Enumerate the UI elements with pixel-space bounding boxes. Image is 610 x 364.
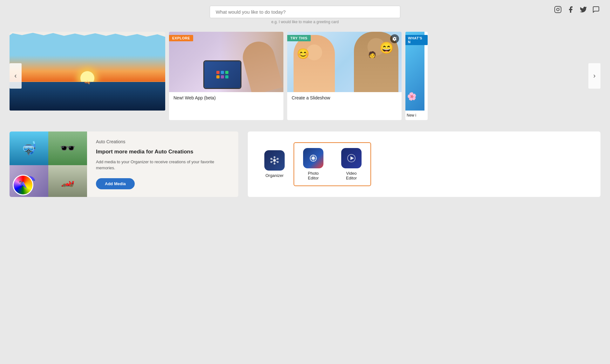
carousel-card-partial[interactable]: 🌸 WHAT'S N New i bbox=[405, 32, 428, 120]
social-icons-bar bbox=[554, 6, 600, 15]
settings-icon[interactable] bbox=[390, 34, 399, 43]
photo-umbrella: ☂️ 🌂 bbox=[10, 165, 48, 197]
svg-line-12 bbox=[276, 159, 277, 160]
photo-swimming: 🤿 bbox=[10, 131, 48, 165]
auto-creations-section-title: Auto Creations bbox=[96, 139, 229, 144]
try-this-badge: TRY THIS bbox=[287, 35, 311, 41]
svg-point-1 bbox=[557, 8, 559, 11]
organizer-label: Organizer bbox=[265, 173, 283, 178]
auto-creations-panel: 🤿 🕶️ ☂️ 🌂 bbox=[10, 131, 238, 197]
svg-line-13 bbox=[272, 159, 274, 160]
svg-point-7 bbox=[274, 163, 275, 165]
svg-point-9 bbox=[270, 158, 272, 160]
carousel-track: 🛶 bbox=[10, 32, 600, 120]
whats-new-badge: WHAT'S N bbox=[405, 35, 428, 45]
carousel-card-webapp[interactable]: EXPLORE New! Web App (beta) bbox=[169, 32, 283, 120]
photo-editor-icon bbox=[303, 148, 323, 168]
video-editor-icon bbox=[341, 148, 362, 168]
webapp-caption: New! Web App (beta) bbox=[169, 92, 283, 104]
bottom-section: 🤿 🕶️ ☂️ 🌂 bbox=[10, 131, 600, 197]
search-wrapper bbox=[210, 6, 400, 18]
photo-family: 🕶️ bbox=[48, 131, 87, 165]
photo-editor-label: PhotoEditor bbox=[308, 171, 319, 180]
photo-atv: 🏎️ bbox=[48, 165, 87, 197]
carousel-section: ‹ 🛶 bbox=[10, 32, 600, 120]
circle-overlay: 🌂 bbox=[13, 175, 33, 195]
auto-creations-description: Add media to your Organizer to receive c… bbox=[96, 159, 229, 171]
svg-line-15 bbox=[272, 161, 274, 162]
chat-icon[interactable] bbox=[592, 6, 600, 15]
app-selector-panel: Organizer bbox=[248, 131, 600, 197]
svg-point-5 bbox=[277, 158, 279, 160]
app-item-organizer[interactable]: Organizer bbox=[255, 145, 294, 183]
partial-caption: New i bbox=[405, 111, 428, 120]
chevron-left-icon: ‹ bbox=[14, 72, 17, 80]
search-input[interactable] bbox=[210, 6, 400, 18]
top-bar: e.g. I would like to make a greeting car… bbox=[0, 0, 610, 24]
svg-point-3 bbox=[273, 159, 276, 162]
carousel-next-button[interactable]: › bbox=[588, 63, 600, 89]
add-media-button[interactable]: Add Media bbox=[96, 178, 135, 189]
search-hint: e.g. I would like to make a greeting car… bbox=[271, 20, 339, 24]
svg-point-4 bbox=[274, 156, 275, 158]
explore-badge: EXPLORE bbox=[169, 35, 193, 41]
svg-line-14 bbox=[276, 161, 277, 162]
svg-point-8 bbox=[270, 161, 272, 163]
auto-creations-main-title: Import more media for Auto Creations bbox=[96, 148, 229, 156]
app-item-video-editor[interactable]: VideoEditor bbox=[332, 143, 370, 185]
selected-apps-wrapper: PhotoEditor VideoEditor bbox=[294, 142, 371, 186]
carousel-card-sunset[interactable]: 🛶 bbox=[10, 32, 165, 111]
svg-marker-23 bbox=[350, 156, 354, 160]
svg-rect-0 bbox=[555, 6, 561, 13]
facebook-icon[interactable] bbox=[567, 6, 574, 15]
twitter-icon[interactable] bbox=[580, 6, 587, 15]
carousel-card-slideshow[interactable]: 😊 😄 🧑 TRY THIS Create a Slideshow bbox=[287, 32, 402, 120]
auto-creations-photos: 🤿 🕶️ ☂️ 🌂 bbox=[10, 131, 87, 197]
app-item-photo-editor[interactable]: PhotoEditor bbox=[294, 143, 332, 185]
svg-point-6 bbox=[277, 161, 279, 163]
organizer-icon bbox=[264, 150, 285, 171]
svg-point-2 bbox=[559, 8, 560, 8]
carousel-prev-button[interactable]: ‹ bbox=[10, 63, 22, 89]
chevron-right-icon: › bbox=[593, 72, 595, 80]
video-editor-label: VideoEditor bbox=[346, 171, 357, 180]
slideshow-caption: Create a Slideshow bbox=[287, 92, 402, 104]
sunset-image: 🛶 bbox=[10, 32, 165, 111]
webapp-image: EXPLORE bbox=[169, 32, 283, 92]
instagram-icon[interactable] bbox=[554, 6, 562, 15]
auto-creations-content: Auto Creations Import more media for Aut… bbox=[87, 131, 238, 197]
slideshow-image: 😊 😄 🧑 TRY THIS bbox=[287, 32, 402, 92]
